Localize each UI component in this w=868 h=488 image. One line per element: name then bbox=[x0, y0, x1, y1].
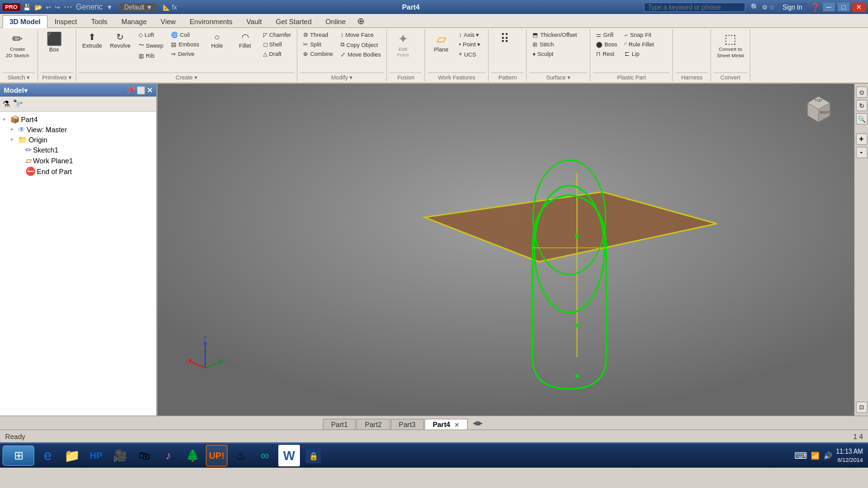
surface-group-label[interactable]: Surface ▾ bbox=[529, 72, 587, 81]
save-icon[interactable]: 💾 bbox=[22, 4, 32, 11]
help-btn[interactable]: ❓ bbox=[810, 3, 820, 12]
move-face-button[interactable]: ↕ Move Face bbox=[337, 30, 384, 39]
tab-view[interactable]: View bbox=[154, 15, 183, 27]
expand-part4[interactable]: + bbox=[3, 116, 9, 123]
plane-button[interactable]: ▱ Plane bbox=[428, 30, 454, 55]
taskbar-arduino[interactable]: ∞ bbox=[254, 445, 276, 466]
lip-button[interactable]: ⊏ Lip bbox=[621, 50, 657, 58]
tab-get-started[interactable]: Get Started bbox=[269, 15, 318, 27]
tree-item-end-of-part[interactable]: ⛔ End of Part bbox=[17, 166, 155, 177]
axis-button[interactable]: ↕ Axis ▾ bbox=[456, 30, 484, 39]
fx-icons[interactable]: 📐 fx bbox=[161, 4, 179, 11]
view-cube[interactable]: TOP RIGHT bbox=[798, 90, 836, 128]
open-icon[interactable]: 📂 bbox=[33, 4, 43, 11]
loft-button[interactable]: ◇ Loft bbox=[135, 30, 167, 39]
edit-form-button[interactable]: ✦ EditForm bbox=[390, 30, 416, 60]
chamfer-button[interactable]: ◸ Chamfer bbox=[260, 30, 295, 39]
nav-icons[interactable]: ⋯ bbox=[62, 2, 74, 12]
viewport[interactable]: TOP RIGHT Z X Y ⊙ ↻ bbox=[158, 84, 868, 416]
nav-arrows[interactable]: ◀▶ bbox=[468, 416, 487, 430]
emboss-button[interactable]: ▤ Emboss bbox=[168, 40, 203, 49]
taskbar-word[interactable]: W bbox=[278, 445, 300, 466]
search-input[interactable] bbox=[644, 3, 745, 12]
dropdown-arrow[interactable]: ▼ bbox=[105, 4, 114, 11]
orbit-nav-btn[interactable]: ↻ bbox=[856, 100, 867, 111]
close-button[interactable]: ✕ bbox=[852, 3, 865, 12]
snap-fit-button[interactable]: ⌐ Snap Fit bbox=[621, 30, 657, 39]
draft-button[interactable]: △ Draft bbox=[260, 50, 295, 58]
convert-sheet-metal-button[interactable]: ⬚ Convert toSheet Metal bbox=[714, 30, 747, 60]
stitch-button[interactable]: ⊞ Stitch bbox=[529, 40, 580, 49]
boss-button[interactable]: ⬤ Boss bbox=[593, 40, 620, 49]
zoom-in-btn[interactable]: + bbox=[856, 133, 867, 145]
sign-in-btn[interactable]: Sign In bbox=[777, 3, 807, 11]
tree-item-part4[interactable]: + 📦 Part4 bbox=[1, 114, 155, 125]
taskbar-explorer[interactable]: 📁 bbox=[61, 445, 83, 466]
search-icon[interactable]: 🔍 bbox=[750, 3, 759, 11]
sweep-button[interactable]: 〜 Sweep bbox=[135, 40, 167, 51]
default-dropdown[interactable]: Default ▼ bbox=[120, 3, 156, 11]
volume-icon[interactable]: 🔊 bbox=[824, 452, 832, 460]
tab-3d-model[interactable]: 3D Model bbox=[3, 15, 48, 28]
hole-button[interactable]: ○ Hole bbox=[204, 30, 231, 51]
work-features-group-label[interactable]: Work Features bbox=[428, 72, 485, 81]
move-bodies-button[interactable]: ⤢ Move Bodies bbox=[337, 50, 384, 59]
tab-inspect[interactable]: Inspect bbox=[48, 15, 84, 27]
panel-close-icon[interactable]: ✕ bbox=[147, 86, 153, 95]
keyboard-icon[interactable]: ⌨ bbox=[794, 451, 807, 461]
tab-tools[interactable]: Tools bbox=[84, 15, 114, 27]
ucs-button[interactable]: ⌖ UCS bbox=[456, 50, 484, 59]
combine-button[interactable]: ⊕ Combine bbox=[300, 50, 336, 58]
zoom-nav-btn[interactable]: 🔍 bbox=[856, 113, 867, 125]
search-binoculars-icon[interactable]: 🔭 bbox=[13, 99, 23, 109]
rib-button[interactable]: ▥ Rib bbox=[135, 51, 167, 60]
thread-button[interactable]: ⚙ Thread bbox=[300, 30, 336, 39]
taskbar-inventor[interactable]: 🔒 bbox=[302, 445, 324, 466]
taskbar-steam[interactable]: ♨ bbox=[230, 445, 252, 466]
plastic-part-group-label[interactable]: Plastic Part bbox=[593, 72, 670, 81]
taskbar-tree-app[interactable]: 🌲 bbox=[182, 445, 203, 466]
minimize-button[interactable]: ─ bbox=[823, 3, 836, 11]
taskbar-up[interactable]: UP! bbox=[206, 445, 227, 466]
create-2d-sketch-button[interactable]: ✏ Create2D Sketch bbox=[3, 30, 32, 60]
taskbar-store[interactable]: 🛍 bbox=[133, 445, 155, 466]
tab-online[interactable]: Online bbox=[318, 15, 353, 27]
taskbar-camera[interactable]: 🎥 bbox=[109, 445, 131, 466]
coil-button[interactable]: 🌀 Coil bbox=[168, 30, 203, 39]
tree-item-sketch1[interactable]: ✏ Sketch1 bbox=[17, 145, 155, 155]
box-button[interactable]: ⬛ Box bbox=[41, 30, 67, 55]
harness-group-label[interactable]: Harness bbox=[675, 72, 708, 81]
taskbar-ie[interactable]: e bbox=[37, 445, 58, 466]
fit-view-btn[interactable]: ⊡ bbox=[856, 402, 867, 413]
tree-item-origin[interactable]: + 📁 Origin bbox=[9, 135, 155, 145]
viewport-tab-part4[interactable]: Part4 ✕ bbox=[424, 419, 468, 430]
grill-button[interactable]: ⚌ Grill bbox=[593, 30, 620, 39]
panel-expand-icon[interactable]: ⬜ bbox=[137, 86, 146, 95]
thicken-offset-button[interactable]: ⬒ Thicken/Offset bbox=[529, 30, 580, 39]
revolve-button[interactable]: ↻ Revolve bbox=[107, 30, 134, 51]
expand-view-master[interactable]: + bbox=[10, 126, 17, 133]
maximize-button[interactable]: □ bbox=[837, 3, 850, 11]
tab-extra[interactable]: ⊕ bbox=[353, 14, 369, 27]
split-button[interactable]: ✂ Split bbox=[300, 40, 336, 49]
network-icon[interactable]: 📶 bbox=[811, 452, 820, 460]
redo-icon[interactable]: ↪ bbox=[53, 4, 61, 11]
viewport-tab-part2[interactable]: Part2 bbox=[356, 419, 390, 430]
viewport-tab-part1[interactable]: Part1 bbox=[323, 419, 356, 430]
system-clock[interactable]: 11:13 AM 8/12/2014 bbox=[836, 447, 863, 464]
pattern-button[interactable]: ⠿ bbox=[491, 30, 518, 48]
close-part4-tab[interactable]: ✕ bbox=[454, 422, 459, 428]
filter-icon[interactable]: ⚗ bbox=[3, 99, 10, 109]
zoom-out-btn[interactable]: - bbox=[856, 147, 867, 158]
primitives-group-label[interactable]: Primitives ▾ bbox=[41, 72, 73, 81]
tree-item-view-master[interactable]: + 👁 View: Master bbox=[9, 125, 155, 135]
start-button[interactable]: ⊞ bbox=[3, 445, 34, 466]
viewport-tab-part3[interactable]: Part3 bbox=[391, 419, 424, 430]
taskbar-hp[interactable]: HP bbox=[85, 445, 107, 466]
modify-group-label[interactable]: Modify ▾ bbox=[300, 72, 384, 81]
tree-item-work-plane1[interactable]: ▱ Work Plane1 bbox=[17, 155, 155, 166]
pattern-group-label[interactable]: Pattern bbox=[491, 72, 524, 81]
rule-fillet-button[interactable]: ◜ Rule Fillet bbox=[621, 40, 657, 49]
fillet-button[interactable]: ◠ Fillet bbox=[232, 30, 259, 51]
undo-icon[interactable]: ↩ bbox=[44, 4, 52, 11]
